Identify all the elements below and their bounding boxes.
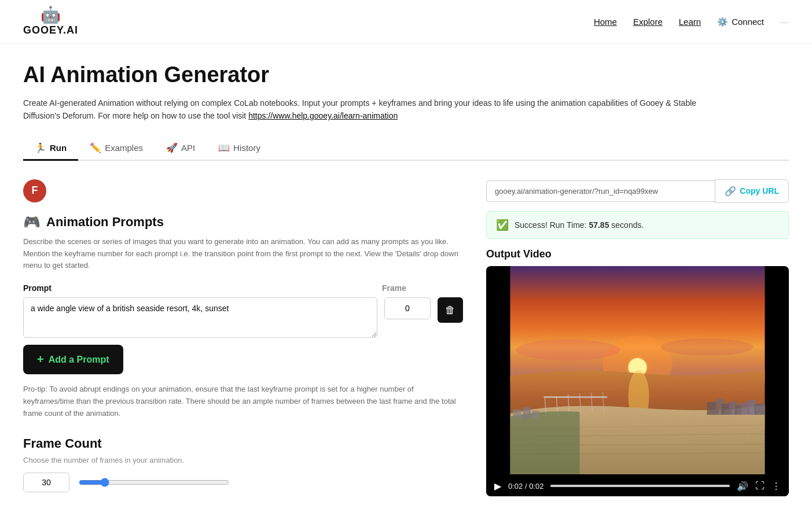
nav-home[interactable]: Home — [594, 17, 617, 27]
delete-prompt-button[interactable]: 🗑 — [438, 297, 463, 323]
play-button[interactable]: ▶ — [494, 481, 501, 492]
video-container: ▶ 0:02 / 0:02 🔊 ⛶ ⋮ — [486, 266, 789, 496]
url-bar: 🔗 Copy URL — [486, 179, 789, 203]
svg-rect-31 — [532, 411, 539, 419]
frame-input[interactable] — [384, 297, 431, 319]
prompt-col-label: Prompt — [23, 283, 373, 293]
navbar: 🤖 GOOEY.AI Home Explore Learn ⚙️ Connect… — [0, 0, 812, 44]
user-avatar: F — [23, 179, 46, 202]
nav-learn[interactable]: Learn — [679, 17, 701, 27]
svg-rect-20 — [748, 400, 756, 415]
animation-prompts-desc: Describe the scenes or series of images … — [23, 236, 463, 272]
frame-count-input[interactable] — [23, 473, 69, 492]
progress-fill — [550, 485, 730, 487]
success-banner: ✅ Success! Run Time: 57.85 seconds. — [486, 211, 789, 239]
content-area: F 🎮 Animation Prompts Describe the scene… — [23, 179, 789, 496]
right-panel: 🔗 Copy URL ✅ Success! Run Time: 57.85 se… — [486, 179, 789, 496]
robot-icon: 🤖 — [41, 7, 61, 23]
nav-separator: — — [780, 17, 789, 27]
page-title: AI Animation Generator — [23, 62, 789, 87]
progress-bar[interactable] — [550, 485, 730, 487]
video-thumbnail — [486, 266, 789, 474]
trash-icon: 🗑 — [445, 304, 455, 316]
logo-text: GOOEY.AI — [23, 24, 78, 36]
examples-icon: ✏️ — [90, 142, 101, 153]
prompts-header: Prompt Frame — [23, 283, 463, 293]
main-content: AI Animation Generator Create AI-generat… — [0, 44, 812, 496]
link-icon: 🔗 — [725, 186, 736, 197]
svg-rect-28 — [544, 396, 608, 398]
frame-count-title: Frame Count — [23, 436, 463, 451]
nav-connect[interactable]: ⚙️ Connect — [717, 17, 764, 27]
prompt-row: a wide angle view of a british seaside r… — [23, 297, 463, 338]
success-check-icon: ✅ — [496, 219, 509, 231]
tab-api[interactable]: 🚀 API — [155, 137, 207, 161]
nav-explore[interactable]: Explore — [633, 17, 663, 27]
prompt-textarea[interactable]: a wide angle view of a british seaside r… — [23, 297, 377, 338]
svg-rect-30 — [523, 407, 531, 419]
frame-col-label: Frame — [382, 283, 428, 293]
left-panel: F 🎮 Animation Prompts Describe the scene… — [23, 179, 463, 496]
video-controls: ▶ 0:02 / 0:02 🔊 ⛶ ⋮ — [486, 476, 789, 496]
svg-point-5 — [661, 338, 754, 356]
url-input[interactable] — [486, 180, 715, 202]
section-animation-prompts-title: 🎮 Animation Prompts — [23, 214, 463, 230]
tab-run[interactable]: 🏃 Run — [23, 137, 78, 161]
tab-history[interactable]: 📖 History — [207, 137, 272, 161]
discord-icon: ⚙️ — [717, 17, 728, 27]
run-icon: 🏃 — [35, 142, 46, 153]
frame-count-slider[interactable] — [79, 478, 229, 487]
fullscreen-button[interactable]: ⛶ — [755, 481, 765, 491]
tab-examples[interactable]: ✏️ Examples — [78, 137, 155, 161]
svg-point-4 — [516, 340, 620, 360]
tabs-bar: 🏃 Run ✏️ Examples 🚀 API 📖 History — [23, 137, 789, 161]
copy-url-button[interactable]: 🔗 Copy URL — [715, 179, 789, 203]
site-logo[interactable]: 🤖 GOOEY.AI — [23, 7, 78, 36]
svg-rect-29 — [513, 410, 521, 419]
frame-count-row — [23, 473, 463, 492]
video-time: 0:02 / 0:02 — [508, 482, 543, 491]
help-link[interactable]: https://www.help.gooey.ai/learn-animatio… — [248, 111, 398, 120]
output-video-label: Output Video — [486, 248, 789, 260]
animation-prompts-icon: 🎮 — [23, 214, 41, 230]
volume-button[interactable]: 🔊 — [737, 481, 748, 492]
pro-tip-text: Pro-tip: To avoid abrupt endings on your… — [23, 384, 463, 419]
page-description: Create AI-generated Animation without re… — [23, 97, 718, 123]
add-prompt-button[interactable]: + Add a Prompt — [23, 345, 123, 374]
history-icon: 📖 — [218, 142, 230, 153]
success-text: Success! Run Time: 57.85 seconds. — [515, 220, 644, 230]
frame-count-desc: Choose the number of frames in your anim… — [23, 456, 463, 464]
api-icon: 🚀 — [166, 142, 178, 153]
plus-icon: + — [37, 353, 44, 366]
nav-links: Home Explore Learn ⚙️ Connect — — [594, 17, 789, 27]
more-options-button[interactable]: ⋮ — [771, 481, 781, 492]
svg-rect-21 — [755, 404, 765, 415]
